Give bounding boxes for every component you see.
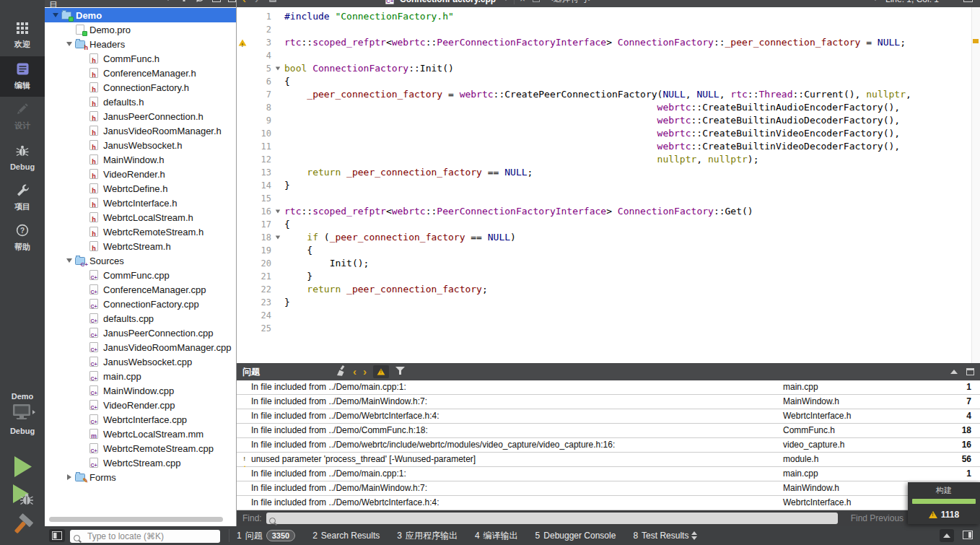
tree-item-janusvideoroommanager-cpp[interactable]: C+JanusVideoRoomManager.cpp — [45, 340, 236, 354]
tree-item-webrtcdefine-h[interactable]: hWebrtcDefine.h — [45, 181, 236, 196]
tree-item-januspeerconnection-cpp[interactable]: C+JanusPeerConnection.cpp — [45, 326, 236, 340]
document-dropdown-icon[interactable] — [503, 0, 509, 1]
tree-item-mainwindow-cpp[interactable]: C+MainWindow.cpp — [45, 383, 236, 398]
previous-issue-icon[interactable]: ‹ — [353, 368, 356, 375]
collapse-arrow-icon[interactable] — [51, 13, 61, 17]
sync-with-editor-icon[interactable] — [196, 0, 205, 5]
show-right-sidebar-icon[interactable] — [963, 529, 973, 542]
show-warnings-toggle[interactable] — [373, 365, 389, 378]
code-editor[interactable]: 1#include "ConnectionFactory.h"23rtc::sc… — [237, 7, 980, 363]
output-pane-button-3[interactable]: 3应用程序输出 — [397, 530, 458, 542]
go-forward-icon[interactable]: › — [255, 0, 258, 3]
pin-document-icon[interactable] — [533, 0, 540, 4]
find-previous-button[interactable]: Find Previous — [851, 513, 904, 523]
tree-item-webrtcremotestream-h[interactable]: hWebrtcRemoteStream.h — [45, 224, 236, 239]
close-document-icon[interactable]: × — [520, 0, 525, 4]
code-fold-icon[interactable] — [276, 236, 280, 240]
tree-item-webrtclocalstream-mm[interactable]: mWebrtcLocalStream.mm — [45, 427, 236, 441]
tree-item-conferencemanager-h[interactable]: hConferenceManager.h — [45, 66, 236, 80]
maximize-pane-icon[interactable] — [966, 368, 974, 375]
output-pane-button-2[interactable]: 2Search Results — [312, 531, 380, 541]
minimize-pane-icon[interactable] — [950, 370, 958, 374]
next-issue-icon[interactable]: › — [363, 368, 367, 375]
tree-item-sources[interactable]: C+Sources — [45, 253, 236, 268]
tree-item-webrtclocalstream-h[interactable]: hWebrtcLocalStream.h — [45, 210, 236, 224]
tree-item-januswebsocket-h[interactable]: hJanusWebsocket.h — [45, 138, 236, 152]
expand-output-pane-button[interactable] — [940, 529, 954, 542]
filter-issues-icon[interactable] — [395, 365, 405, 378]
tree-item-videorender-h[interactable]: hVideoRender.h — [45, 167, 236, 181]
tree-item-demo-pro[interactable]: Demo.pro — [45, 22, 236, 37]
tree-item-webrtcremotestream-cpp[interactable]: C+WebrtcRemoteStream.cpp — [45, 441, 236, 455]
tree-item-label: JanusWebsocket.cpp — [103, 357, 196, 367]
tree-item-main-cpp[interactable]: C+main.cpp — [45, 369, 236, 383]
mode-tab-welcome[interactable]: 欢迎 — [0, 16, 45, 56]
output-pane-button-4[interactable]: 4编译输出 — [475, 530, 518, 542]
issue-row[interactable]: unused parameter 'process_thread' [-Wunu… — [237, 453, 980, 467]
tree-item-connectionfactory-cpp[interactable]: C+ConnectionFactory.cpp — [45, 297, 236, 311]
locator-input[interactable] — [70, 530, 220, 543]
tree-item-defaults-h[interactable]: hdefaults.h — [45, 95, 236, 109]
output-pane-button-1[interactable]: 1问题3350 — [237, 530, 295, 542]
build-button[interactable] — [9, 513, 35, 539]
tree-item-demo[interactable]: Demo — [45, 8, 236, 22]
open-documents-icon[interactable] — [268, 0, 277, 5]
tree-item-webrtcinterface-cpp[interactable]: C+WebrtcInterface.cpp — [45, 412, 236, 427]
tree-item-connectionfactory-h[interactable]: hConnectionFactory.h — [45, 80, 236, 95]
issue-row[interactable]: In file included from ../Demo/CommFunc.h… — [237, 424, 980, 438]
editor-annotation-column[interactable] — [971, 7, 980, 363]
split-pane-icon[interactable] — [212, 0, 221, 4]
tree-item-janusvideoroommanager-h[interactable]: hJanusVideoRoomManager.h — [45, 123, 236, 138]
collapse-arrow-icon[interactable] — [64, 258, 74, 263]
close-pane-icon[interactable] — [228, 0, 236, 4]
issue-row[interactable]: In file included from ../Demo/MainWindow… — [237, 481, 980, 496]
go-back-icon[interactable]: ‹ — [242, 0, 246, 3]
issue-row[interactable]: In file included from ../Demo/main.cpp:1… — [237, 467, 980, 481]
mode-tab-edit[interactable]: 编辑 — [0, 56, 45, 97]
expand-arrow-icon[interactable] — [64, 474, 74, 480]
debug-run-button[interactable] — [11, 484, 34, 507]
code-fold-icon[interactable] — [276, 67, 280, 71]
issue-row[interactable]: In file included from ../Demo/WebrtcInte… — [237, 409, 980, 424]
run-button[interactable] — [12, 455, 33, 479]
tree-item-videorender-cpp[interactable]: C+VideoRender.cpp — [45, 398, 236, 412]
output-pane-arrows-icon[interactable] — [691, 531, 697, 540]
tree-item-conferencemanager-cpp[interactable]: C+ConferenceManager.cpp — [45, 282, 236, 297]
tree-item-commfunc-cpp[interactable]: C+CommFunc.cpp — [45, 268, 236, 282]
find-input[interactable] — [266, 513, 838, 524]
code-line: 24 — [237, 309, 980, 322]
mode-tab-projects[interactable]: 项目 — [0, 178, 45, 218]
issue-row[interactable]: In file included from ../Demo/MainWindow… — [237, 395, 980, 409]
tree-horizontal-scrollbar[interactable] — [49, 517, 223, 522]
code-fold-icon[interactable] — [276, 210, 280, 214]
collapse-arrow-icon[interactable] — [64, 42, 74, 46]
tree-item-januswebsocket-cpp[interactable]: C+JanusWebsocket.cpp — [45, 354, 236, 369]
navigator-mode-dropdown-icon[interactable] — [165, 0, 171, 1]
tree-item-headers[interactable]: hHeaders — [45, 37, 236, 51]
tree-item-januspeerconnection-h[interactable]: hJanusPeerConnection.h — [45, 109, 236, 123]
output-pane-button-8[interactable]: 8Test Results — [633, 531, 688, 541]
mode-tab-debug[interactable]: Debug — [0, 137, 45, 178]
filter-icon[interactable] — [180, 0, 188, 4]
document-title[interactable]: ConnectionFactory.cpp — [400, 0, 496, 4]
tree-item-forms[interactable]: ✎Forms — [45, 470, 236, 484]
kit-selector[interactable]: Demo Debug — [0, 392, 45, 435]
output-pane-button-5[interactable]: 5Debugger Console — [535, 531, 616, 541]
tree-item-mainwindow-h[interactable]: hMainWindow.h — [45, 152, 236, 167]
tree-item-webrtcinterface-h[interactable]: hWebrtcInterface.h — [45, 196, 236, 210]
line-col-indicator[interactable]: Line: 1, Col: 1 — [885, 0, 939, 4]
tree-item-webrtcstream-h[interactable]: hWebrtcStream.h — [45, 239, 236, 253]
issue-row[interactable]: In file included from ../Demo/webrtc/inc… — [237, 438, 980, 453]
toggle-sidebar-button[interactable] — [49, 529, 65, 542]
symbol-selector[interactable]: <选择符号> — [548, 0, 593, 5]
tree-item-defaults-cpp[interactable]: C+defaults.cpp — [45, 311, 236, 326]
line-warning-icon[interactable] — [239, 40, 247, 46]
issue-row[interactable]: In file included from ../Demo/WebrtcInte… — [237, 496, 980, 510]
split-editor-icon[interactable] — [963, 0, 973, 4]
tree-item-webrtcstream-cpp[interactable]: C+WebrtcStream.cpp — [45, 455, 236, 470]
warning-count[interactable]: 1118 — [941, 510, 959, 520]
clean-issues-icon[interactable] — [335, 365, 346, 379]
tree-item-commfunc-h[interactable]: hCommFunc.h — [45, 51, 236, 66]
issue-row[interactable]: In file included from ../Demo/main.cpp:1… — [237, 380, 980, 395]
mode-tab-help[interactable]: ?帮助 — [0, 218, 45, 258]
